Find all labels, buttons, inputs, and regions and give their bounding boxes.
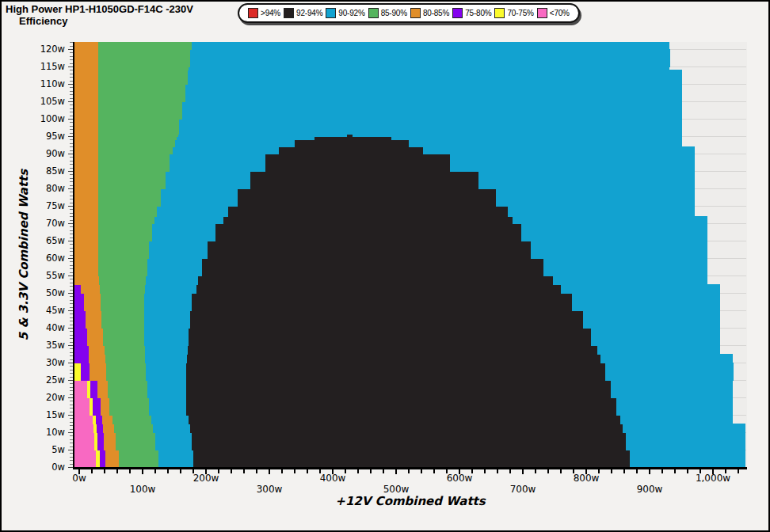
y-minor-tick: [70, 268, 73, 269]
band-segment: [553, 276, 707, 285]
band-segment: [97, 380, 109, 398]
y-minor-tick: [70, 352, 73, 353]
y-major-tick: [68, 276, 73, 276]
band-segment: [561, 284, 720, 294]
band-segment: [508, 206, 695, 217]
band-segment: [98, 171, 166, 189]
y-minor-tick: [70, 146, 73, 147]
x-minor-tick: [129, 469, 131, 473]
band-segment: [154, 216, 224, 223]
band-segment: [109, 397, 149, 416]
band-segment: [192, 293, 573, 311]
y-minor-tick: [70, 317, 73, 318]
band-segment: [74, 450, 97, 468]
y-minor-tick: [70, 122, 73, 123]
band-segment: [74, 310, 86, 329]
band-segment: [605, 363, 734, 381]
band-segment: [106, 363, 146, 381]
y-major-tick: [68, 206, 73, 207]
band-segment: [190, 310, 584, 329]
y-minor-tick: [70, 168, 73, 169]
band-segment: [74, 328, 88, 346]
y-minor-tick: [70, 116, 73, 116]
band-segment: [158, 450, 194, 468]
y-major-tick: [68, 310, 73, 311]
band-segment: [572, 293, 719, 311]
y-minor-tick: [70, 59, 73, 60]
x-tick-label: 500w: [364, 484, 428, 495]
y-major-tick: [68, 171, 73, 172]
band-segment: [153, 424, 191, 433]
band-segment: [103, 424, 115, 433]
y-minor-tick: [70, 335, 73, 336]
x-tick-label: 100w: [111, 484, 174, 495]
band-segment: [74, 84, 99, 102]
y-tick-label: 100w: [16, 113, 65, 124]
y-tick-label: 10w: [16, 427, 65, 438]
y-minor-tick: [70, 439, 73, 440]
y-minor-tick: [70, 74, 73, 74]
y-minor-tick: [70, 126, 73, 127]
band-segment: [119, 450, 159, 468]
y-minor-tick: [70, 314, 73, 314]
band-segment: [611, 380, 733, 398]
y-minor-tick: [70, 181, 73, 182]
y-minor-tick: [70, 42, 73, 43]
band-segment: [478, 171, 695, 189]
y-minor-tick: [70, 133, 73, 134]
y-axis-line: [73, 42, 74, 469]
y-minor-tick: [70, 425, 73, 426]
x-minor-tick: [256, 469, 257, 473]
x-minor-tick: [547, 469, 549, 473]
band-segment: [98, 206, 157, 217]
y-major-tick: [68, 293, 73, 294]
band-segment: [74, 293, 85, 311]
y-major-tick: [68, 450, 73, 450]
band-segment: [147, 258, 203, 276]
band-segment: [74, 380, 88, 398]
band-segment: [74, 171, 99, 189]
y-minor-tick: [70, 394, 73, 395]
x-minor-tick: [167, 469, 169, 473]
band-segment: [74, 424, 94, 433]
band-segment: [238, 188, 496, 207]
y-minor-tick: [70, 412, 73, 412]
band-segment: [98, 119, 180, 135]
band-segment: [144, 293, 192, 311]
y-minor-tick: [70, 453, 73, 454]
band-segment: [521, 223, 707, 241]
y-minor-tick: [70, 244, 73, 245]
y-minor-tick: [70, 203, 73, 203]
band-segment: [74, 432, 95, 450]
band-segment: [182, 101, 681, 120]
x-tick-label: 600w: [428, 473, 491, 484]
band-segment: [74, 101, 99, 120]
x-axis-title: +12V Combined Watts: [212, 494, 608, 510]
y-minor-tick: [70, 63, 73, 64]
band-segment: [583, 310, 720, 329]
y-major-tick: [68, 241, 73, 241]
y-tick-label: 110w: [16, 78, 65, 89]
x-minor-tick: [636, 469, 638, 473]
y-minor-tick: [70, 307, 73, 308]
band-segment: [630, 450, 745, 468]
x-minor-tick: [154, 469, 156, 473]
y-minor-tick: [70, 377, 73, 378]
y-minor-tick: [70, 248, 73, 249]
band-segment: [103, 328, 145, 346]
band-segment: [74, 223, 99, 241]
band-segment: [177, 136, 314, 140]
y-minor-tick: [70, 370, 73, 370]
y-minor-tick: [70, 460, 73, 461]
band-segment: [108, 380, 147, 398]
band-segment: [98, 70, 189, 84]
band-segment: [450, 154, 695, 172]
band-segment: [175, 139, 295, 146]
band-segment: [74, 154, 99, 172]
band-segment: [116, 432, 156, 450]
band-segment: [101, 397, 110, 416]
y-minor-tick: [70, 81, 73, 82]
y-minor-tick: [70, 251, 73, 252]
band-segment: [146, 363, 187, 381]
band-segment: [151, 415, 189, 424]
